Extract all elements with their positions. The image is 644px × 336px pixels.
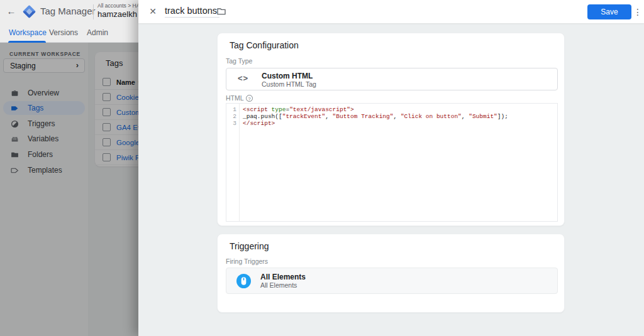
triggering-card: Triggering Firing Triggers All Elements … (217, 234, 565, 313)
click-trigger-icon (236, 274, 251, 288)
line-number: 1 (226, 106, 239, 113)
html-code-editor[interactable]: 1 2 3 <script type="text/javascript"> _p… (226, 103, 558, 222)
code-line: _paq.push(["trackEvent", "Buttom Trackin… (243, 113, 557, 120)
trigger-type: All Elements (260, 281, 297, 289)
html-field-label: HTML (226, 94, 244, 102)
kebab-menu-icon[interactable]: ⋮ (633, 6, 642, 18)
close-icon[interactable]: ✕ (147, 6, 158, 17)
tag-type-selector[interactable]: <> Custom HTML Custom HTML Tag (226, 68, 558, 90)
gtm-screen: ← Tag Manager All accounts > HAM hamzael… (0, 0, 644, 336)
code-brackets-icon: <> (238, 73, 248, 83)
triggering-title: Triggering (230, 241, 269, 251)
code-line: <script type="text/javascript"> (243, 106, 557, 113)
code-area[interactable]: <script type="text/javascript"> _paq.pus… (240, 104, 557, 221)
tag-name-field[interactable]: track buttons (165, 6, 219, 18)
line-number-gutter: 1 2 3 (226, 104, 240, 221)
tag-type-name: Custom HTML (262, 72, 313, 80)
help-icon[interactable]: ? (246, 95, 253, 102)
tag-configuration-title: Tag Configuration (230, 40, 299, 50)
trigger-name: All Elements (260, 273, 306, 281)
tag-type-label: Tag Type (226, 57, 252, 65)
tag-type-description: Custom HTML Tag (262, 80, 316, 88)
line-number: 2 (226, 113, 239, 120)
firing-triggers-label: Firing Triggers (226, 257, 268, 265)
tag-editor-panel: ✕ track buttons Save ⋮ Tag Configuration… (138, 0, 644, 336)
trigger-row[interactable]: All Elements All Elements (226, 268, 558, 294)
tag-configuration-card: Tag Configuration Tag Type <> Custom HTM… (217, 33, 565, 226)
line-number: 3 (226, 120, 239, 127)
folder-move-icon[interactable] (216, 6, 226, 16)
code-line: </script> (243, 120, 557, 127)
panel-header: ✕ track buttons Save ⋮ (138, 0, 644, 23)
save-button[interactable]: Save (587, 4, 631, 19)
